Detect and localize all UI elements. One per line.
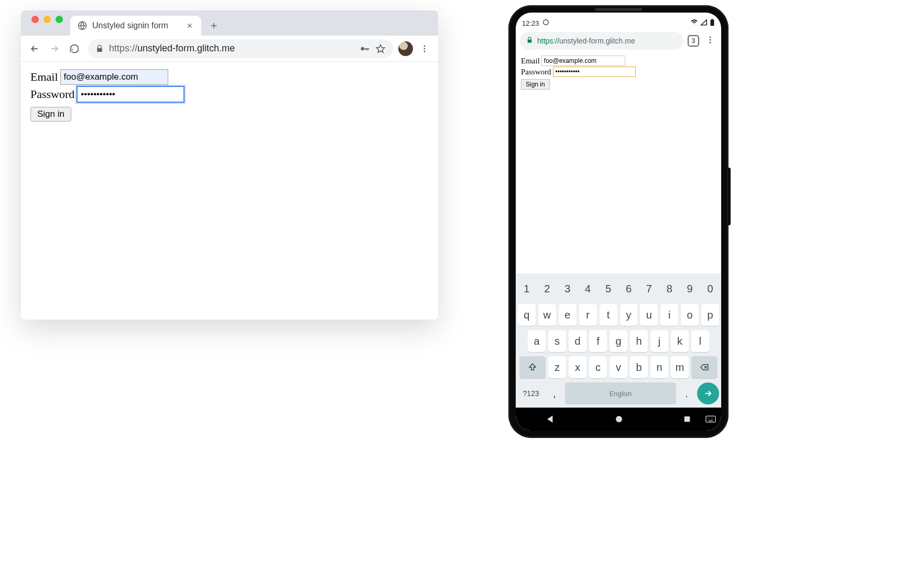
shift-key[interactable] [519, 356, 546, 378]
kb-row-2: a s d f g h j k l [518, 330, 719, 352]
nav-back-button[interactable] [546, 414, 555, 424]
nav-home-button[interactable] [614, 414, 624, 424]
back-button[interactable] [25, 39, 44, 58]
new-tab-button[interactable] [205, 17, 222, 34]
key-k[interactable]: k [671, 330, 689, 352]
key-y[interactable]: y [620, 304, 638, 326]
key-5[interactable]: 5 [600, 278, 617, 300]
tab-title: Unstyled signin form [92, 21, 180, 30]
mobile-email-row: Email [521, 56, 716, 66]
comma-key[interactable]: , [547, 382, 562, 404]
key-j[interactable]: j [650, 330, 668, 352]
key-x[interactable]: x [569, 356, 586, 378]
key-icon[interactable] [360, 43, 370, 54]
key-d[interactable]: d [569, 330, 586, 352]
key-n[interactable]: n [650, 356, 668, 378]
battery-icon [710, 19, 715, 28]
email-input[interactable] [60, 69, 168, 85]
star-icon[interactable] [375, 43, 386, 54]
mobile-password-input[interactable] [553, 67, 636, 77]
email-label: Email [30, 70, 58, 84]
close-tab-icon[interactable] [186, 21, 194, 30]
url-text: https://unstyled-form.glitch.me [109, 43, 354, 54]
key-m[interactable]: m [671, 356, 689, 378]
address-bar[interactable]: https://unstyled-form.glitch.me [88, 39, 393, 58]
mobile-password-row: Password [521, 67, 716, 77]
desktop-browser-window: Unstyled signin form https://unstyled-fo… [21, 10, 438, 320]
key-w[interactable]: w [538, 304, 556, 326]
menu-button[interactable] [415, 39, 434, 58]
lock-icon [526, 37, 533, 45]
tab-switcher-button[interactable]: 3 [688, 35, 699, 47]
key-v[interactable]: v [610, 356, 627, 378]
enter-key[interactable] [697, 382, 719, 404]
minimize-window-button[interactable] [44, 16, 51, 23]
key-z[interactable]: z [548, 356, 566, 378]
tab-strip: Unstyled signin form [21, 10, 438, 36]
symbols-key[interactable]: ?123 [518, 382, 544, 404]
key-o[interactable]: o [681, 304, 699, 326]
kb-row-bottom: ?123 , English . [518, 382, 719, 404]
password-input[interactable] [77, 86, 184, 103]
mobile-email-input[interactable] [541, 56, 625, 66]
key-b[interactable]: b [630, 356, 648, 378]
key-f[interactable]: f [589, 330, 607, 352]
nav-keyboard-switch-button[interactable] [705, 415, 716, 423]
maximize-window-button[interactable] [56, 16, 63, 23]
nav-recent-button[interactable] [683, 415, 691, 423]
mobile-address-bar[interactable]: https://unstyled-form.glitch.me [520, 32, 683, 50]
key-7[interactable]: 7 [640, 278, 658, 300]
key-0[interactable]: 0 [701, 278, 719, 300]
key-c[interactable]: c [589, 356, 607, 378]
key-t[interactable]: t [600, 304, 617, 326]
key-3[interactable]: 3 [559, 278, 577, 300]
backspace-key[interactable] [691, 356, 718, 378]
browser-tab[interactable]: Unstyled signin form [70, 16, 201, 36]
mobile-password-label: Password [521, 68, 551, 76]
period-key[interactable]: . [679, 382, 694, 404]
space-key[interactable]: English [565, 382, 676, 404]
forward-button[interactable] [45, 39, 64, 58]
signin-button[interactable]: Sign in [30, 107, 71, 122]
svg-point-3 [424, 48, 426, 49]
key-p[interactable]: p [701, 304, 719, 326]
key-r[interactable]: r [579, 304, 597, 326]
mobile-menu-button[interactable] [703, 35, 717, 47]
mobile-browser-toolbar: https://unstyled-form.glitch.me 3 [516, 29, 721, 52]
svg-rect-12 [684, 416, 690, 422]
status-bar: 12:23 [516, 17, 721, 29]
key-8[interactable]: 8 [660, 278, 678, 300]
svg-point-5 [543, 20, 548, 25]
svg-point-11 [616, 416, 622, 422]
key-s[interactable]: s [548, 330, 566, 352]
key-h[interactable]: h [630, 330, 648, 352]
url-scheme: https:// [109, 43, 137, 53]
soft-keyboard: 1 2 3 4 5 6 7 8 9 0 q w e r t y u i o [516, 273, 721, 408]
password-row: Password [30, 86, 429, 103]
svg-point-1 [361, 47, 365, 50]
key-u[interactable]: u [640, 304, 658, 326]
key-e[interactable]: e [559, 304, 577, 326]
key-q[interactable]: q [518, 304, 536, 326]
key-i[interactable]: i [660, 304, 678, 326]
key-4[interactable]: 4 [579, 278, 597, 300]
key-6[interactable]: 6 [620, 278, 638, 300]
email-row: Email [30, 69, 429, 85]
svg-rect-13 [706, 416, 715, 422]
key-a[interactable]: a [528, 330, 546, 352]
power-button [729, 168, 731, 225]
mobile-email-label: Email [521, 57, 540, 65]
key-g[interactable]: g [610, 330, 627, 352]
close-window-button[interactable] [31, 16, 39, 23]
key-9[interactable]: 9 [681, 278, 699, 300]
key-2[interactable]: 2 [538, 278, 556, 300]
key-l[interactable]: l [691, 330, 709, 352]
svg-rect-7 [712, 19, 713, 19]
profile-avatar[interactable] [398, 41, 413, 56]
key-1[interactable]: 1 [518, 278, 536, 300]
globe-icon [78, 21, 87, 30]
mobile-url-text: https://unstyled-form.glitch.me [537, 37, 635, 45]
mobile-signin-button[interactable]: Sign in [521, 79, 550, 90]
reload-button[interactable] [65, 39, 84, 58]
phone-speaker [595, 8, 642, 11]
